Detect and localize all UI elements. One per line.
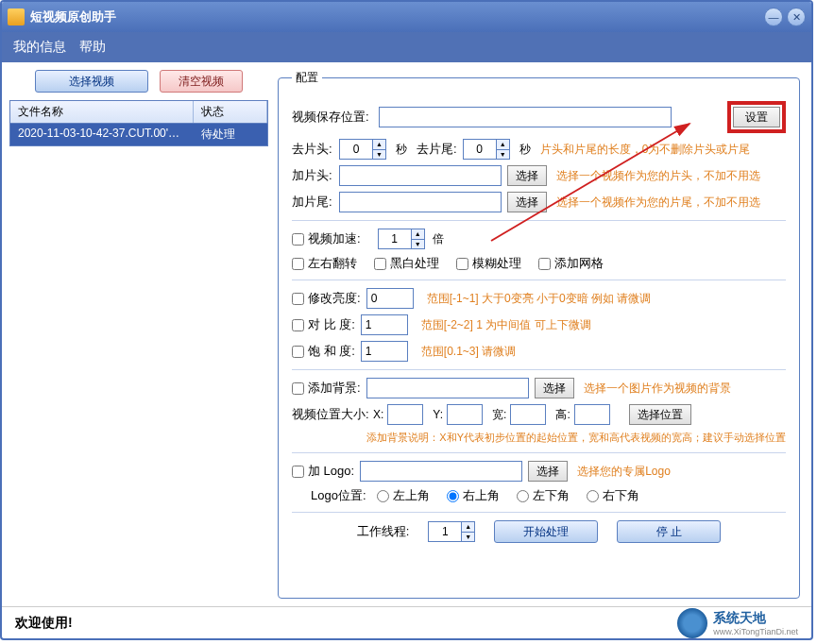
trim-tip: 片头和片尾的长度，0为不删除片头或片尾 xyxy=(540,142,751,158)
settings-highlight: 设置 xyxy=(727,101,786,133)
config-legend: 配置 xyxy=(292,70,322,86)
sec-label-1: 秒 xyxy=(396,142,407,158)
bg-choose-button[interactable]: 选择 xyxy=(535,378,574,398)
w-input[interactable] xyxy=(510,404,546,425)
y-input[interactable] xyxy=(447,404,483,425)
bg-note: 添加背景说明：X和Y代表初步位置的起始位置，宽和高代表视频的宽高；建议手动选择位… xyxy=(292,431,786,445)
clear-video-button[interactable]: 清空视频 xyxy=(160,70,243,93)
minimize-button[interactable]: — xyxy=(764,8,783,26)
window-title: 短视频原创助手 xyxy=(30,8,760,25)
settings-button[interactable]: 设置 xyxy=(733,107,780,127)
add-head-choose-button[interactable]: 选择 xyxy=(507,165,547,186)
brightness-checkbox[interactable] xyxy=(292,293,304,305)
sec-label-2: 秒 xyxy=(519,142,531,158)
col-status[interactable]: 状态 xyxy=(194,101,267,123)
pos-tl-radio-label[interactable]: 左上角 xyxy=(377,487,430,504)
trim-tail-label: 去片尾: xyxy=(417,141,457,158)
bw-checkbox-label[interactable]: 黑白处理 xyxy=(374,255,439,272)
saturation-checkbox-label[interactable]: 饱 和 度: xyxy=(292,343,355,360)
brand: 系统天地 www.XiTongTianDi.net xyxy=(677,608,798,638)
speed-unit: 倍 xyxy=(433,231,444,247)
flip-checkbox-label[interactable]: 左右翻转 xyxy=(292,255,357,272)
x-input[interactable] xyxy=(387,404,423,425)
speed-input[interactable] xyxy=(378,229,412,249)
title-bar: 短视频原创助手 — ✕ xyxy=(2,2,811,32)
brand-url: www.XiTongTianDi.net xyxy=(713,627,798,636)
brightness-tip: 范围[-1~1] 大于0变亮 小于0变暗 例如 请微调 xyxy=(427,291,652,307)
saturation-input[interactable] xyxy=(361,341,408,362)
bg-checkbox-label[interactable]: 添加背景: xyxy=(292,380,361,397)
add-tail-choose-button[interactable]: 选择 xyxy=(507,192,547,212)
brightness-checkbox-label[interactable]: 修改亮度: xyxy=(292,290,361,307)
trim-head-input[interactable] xyxy=(339,139,373,160)
x-label: X: xyxy=(373,408,383,421)
welcome-text: 欢迎使用! xyxy=(15,615,73,632)
logo-input[interactable] xyxy=(360,461,522,482)
contrast-checkbox[interactable] xyxy=(292,319,304,331)
stop-button[interactable]: 停 止 xyxy=(617,520,721,543)
save-location-label: 视频保存位置: xyxy=(292,109,379,126)
y-label: Y: xyxy=(433,408,443,421)
speed-checkbox[interactable] xyxy=(292,233,304,246)
brand-icon xyxy=(677,608,707,638)
bg-checkbox[interactable] xyxy=(292,382,304,395)
start-button[interactable]: 开始处理 xyxy=(494,520,598,543)
app-icon xyxy=(8,8,25,25)
menu-help[interactable]: 帮助 xyxy=(79,39,106,56)
pos-br-radio-label[interactable]: 右下角 xyxy=(587,487,639,504)
contrast-checkbox-label[interactable]: 对 比 度: xyxy=(292,316,355,333)
select-position-button[interactable]: 选择位置 xyxy=(629,404,691,425)
contrast-tip: 范围[-2~2] 1 为中间值 可上下微调 xyxy=(421,317,591,333)
add-head-input[interactable] xyxy=(339,165,502,186)
threads-spinner[interactable]: ▲▼ xyxy=(462,521,475,542)
menu-my-info[interactable]: 我的信息 xyxy=(13,39,66,56)
bg-tip: 选择一个图片作为视频的背景 xyxy=(584,381,731,397)
right-panel: 配置 视频保存位置: 设置 去片头: ▲▼ 秒 去片尾: ▲▼ 秒 片 xyxy=(276,62,811,606)
save-location-input[interactable] xyxy=(379,107,672,127)
grid-checkbox[interactable] xyxy=(538,258,551,270)
menu-bar: 我的信息 帮助 xyxy=(2,32,811,62)
file-table: 文件名称 状态 2020-11-03-10-42-37.CUT.00'… 待处理 xyxy=(9,100,268,146)
bw-checkbox[interactable] xyxy=(374,258,386,270)
pos-bl-radio[interactable] xyxy=(517,490,529,502)
speed-checkbox-label[interactable]: 视频加速: xyxy=(292,230,361,247)
config-group: 配置 视频保存位置: 设置 去片头: ▲▼ 秒 去片尾: ▲▼ 秒 片 xyxy=(278,70,800,599)
content-area: 选择视频 清空视频 文件名称 状态 2020-11-03-10-42-37.CU… xyxy=(2,62,811,606)
grid-checkbox-label[interactable]: 添加网格 xyxy=(538,255,604,272)
col-filename[interactable]: 文件名称 xyxy=(10,101,194,123)
bg-input[interactable] xyxy=(366,378,529,398)
add-head-label: 加片头: xyxy=(292,167,339,184)
w-label: 宽: xyxy=(492,407,506,423)
pos-tr-radio-label[interactable]: 右上角 xyxy=(447,487,500,504)
blur-checkbox[interactable] xyxy=(456,258,468,270)
h-input[interactable] xyxy=(574,404,610,425)
pos-bl-radio-label[interactable]: 左下角 xyxy=(517,487,570,504)
h-label: 高: xyxy=(555,407,570,423)
select-video-button[interactable]: 选择视频 xyxy=(35,70,148,93)
add-tail-tip: 选择一个视频作为您的片尾，不加不用选 xyxy=(556,195,760,211)
table-row[interactable]: 2020-11-03-10-42-37.CUT.00'… 待处理 xyxy=(10,124,267,145)
threads-input[interactable] xyxy=(428,521,462,542)
logo-checkbox-label[interactable]: 加 Logo: xyxy=(292,463,354,480)
position-size-label: 视频位置大小: xyxy=(292,406,373,423)
contrast-input[interactable] xyxy=(361,314,408,335)
saturation-checkbox[interactable] xyxy=(292,346,304,358)
flip-checkbox[interactable] xyxy=(292,258,304,270)
pos-br-radio[interactable] xyxy=(587,490,599,502)
left-panel: 选择视频 清空视频 文件名称 状态 2020-11-03-10-42-37.CU… xyxy=(2,62,276,606)
close-button[interactable]: ✕ xyxy=(787,8,806,26)
add-tail-input[interactable] xyxy=(339,192,502,212)
app-window: 短视频原创助手 — ✕ 我的信息 帮助 选择视频 清空视频 文件名称 状态 20… xyxy=(0,0,813,640)
trim-tail-spinner[interactable]: ▲▼ xyxy=(497,139,510,160)
trim-head-spinner[interactable]: ▲▼ xyxy=(373,139,386,160)
logo-checkbox[interactable] xyxy=(292,466,304,478)
brand-name: 系统天地 xyxy=(713,610,798,627)
pos-tr-radio[interactable] xyxy=(447,490,459,502)
pos-tl-radio[interactable] xyxy=(377,490,389,502)
speed-spinner[interactable]: ▲▼ xyxy=(412,229,425,249)
logo-choose-button[interactable]: 选择 xyxy=(528,461,568,482)
saturation-tip: 范围[0.1~3] 请微调 xyxy=(421,344,516,360)
blur-checkbox-label[interactable]: 模糊处理 xyxy=(456,255,521,272)
brightness-input[interactable] xyxy=(366,288,414,309)
trim-tail-input[interactable] xyxy=(463,139,497,160)
